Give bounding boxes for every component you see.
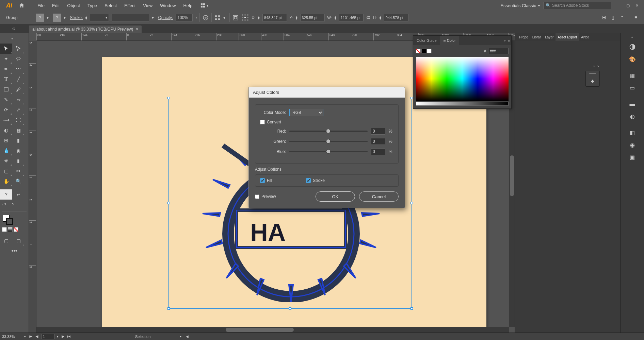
tab-color[interactable]: ⎋Color (440, 36, 459, 45)
color-mode-select[interactable]: RGB (289, 109, 323, 116)
w-input[interactable]: 1101.465 pt (339, 14, 364, 21)
blue-input[interactable] (371, 148, 385, 155)
color-themes-icon[interactable]: 🎨 (627, 53, 638, 65)
shape-builder-tool[interactable]: ◐ (0, 125, 12, 135)
mesh-tool[interactable]: ⊞ (0, 135, 12, 146)
scrollbar-horizontal[interactable] (36, 327, 509, 333)
align-icon[interactable] (214, 15, 221, 21)
menu-file[interactable]: File (34, 0, 48, 11)
gradient-panel-icon[interactable]: ◐ (627, 111, 638, 122)
menu-effect[interactable]: Effect (121, 0, 139, 11)
x-input[interactable]: 848.347 pt (262, 14, 287, 21)
stroke-weight-input[interactable]: ▾ (90, 14, 109, 21)
rotate-tool[interactable]: ⟳ (0, 105, 12, 115)
tab-properties[interactable]: Prope (517, 33, 530, 41)
convert-checkbox[interactable]: Convert (260, 120, 281, 124)
opacity-input[interactable]: 100% (176, 14, 193, 21)
color-mode-swatches[interactable] (0, 226, 29, 233)
next-artboard-icon[interactable]: ▶ (61, 334, 65, 339)
menu-type[interactable]: Type (84, 0, 100, 11)
tab-asset-export[interactable]: Asset Export (556, 33, 579, 41)
dock-close-icon[interactable]: × (597, 64, 599, 68)
color-panel-icon[interactable] (627, 41, 638, 53)
tab-libraries[interactable]: Librar (530, 33, 543, 41)
maximize-icon[interactable]: ▢ (624, 3, 632, 8)
hand-tool[interactable]: ✋ (0, 176, 12, 186)
tabs-collapse-icon[interactable] (0, 24, 27, 33)
fill-checkbox[interactable]: Fill (260, 178, 272, 183)
opacity-panel-link[interactable]: Opacity: (158, 15, 173, 20)
grayscale-strip[interactable] (416, 102, 509, 106)
last-artboard-icon[interactable]: ⏭ (66, 334, 72, 339)
default-fill-stroke-icon[interactable]: ⇄ (12, 189, 25, 200)
perspective-tool[interactable]: ▦ (12, 125, 25, 135)
chevron-down-icon[interactable]: ▾ (621, 15, 627, 21)
x-stepper-icon[interactable]: ▴▾ (258, 16, 260, 20)
draw-mode-normal[interactable]: ▢ (0, 236, 12, 246)
search-stock-input[interactable]: 🔍 Search Adobe Stock (543, 2, 611, 9)
isolate-icon[interactable]: ⊞ (602, 15, 608, 21)
menu-help[interactable]: Help (180, 0, 196, 11)
brush-definition-select[interactable] (112, 14, 149, 21)
stroke-checkbox[interactable]: Stroke (306, 178, 325, 183)
edit-icon[interactable]: ▯ (612, 15, 618, 21)
shaper-tool[interactable]: ✎ (0, 95, 12, 105)
menu-view[interactable]: View (140, 0, 156, 11)
direct-selection-tool[interactable] (12, 44, 25, 54)
brush-dropdown-icon[interactable]: ▾ (152, 15, 155, 20)
prev-artboard-icon[interactable]: ◀ (34, 334, 39, 339)
h-input[interactable]: 944.578 pt (384, 14, 408, 21)
first-artboard-icon[interactable]: ⏮ (28, 334, 34, 339)
magic-wand-tool[interactable]: ✦ (0, 54, 12, 64)
red-input[interactable] (371, 128, 385, 135)
zoom-select[interactable]: 33.33%▾ (2, 335, 26, 339)
slice-tool[interactable]: ✂ (12, 166, 25, 176)
ok-button[interactable]: OK (316, 191, 355, 202)
home-icon[interactable] (16, 0, 27, 11)
stroke-stepper-icon[interactable]: ▴▾ (85, 16, 87, 20)
lasso-tool[interactable] (12, 54, 25, 64)
menu-edit[interactable]: Edit (49, 0, 63, 11)
blend-tool[interactable]: ◉ (12, 146, 25, 156)
edit-toolbar-icon[interactable]: ••• (0, 246, 29, 256)
gradient-tool[interactable]: ▮ (12, 135, 25, 146)
scale-tool[interactable]: ⤢ (12, 105, 25, 115)
brushes-panel-icon[interactable]: ▭ (627, 82, 638, 94)
eyedropper-tool[interactable]: 💧 (0, 146, 12, 156)
h-stepper-icon[interactable]: ▴▾ (380, 16, 381, 20)
workspace-switcher[interactable]: Essentials Classic ▾ (498, 3, 543, 8)
stroke-panel-icon[interactable]: ▬ (627, 98, 638, 110)
status-scroll-left-icon[interactable]: ◀ (186, 335, 189, 338)
dock-expand-icon[interactable]: » (593, 64, 595, 68)
fill-dropdown-icon[interactable]: ▾ (47, 15, 50, 20)
black-swatch[interactable] (421, 49, 426, 53)
dock-collapse-icon[interactable]: « (631, 35, 633, 39)
eraser-tool[interactable]: ▱ (12, 95, 25, 105)
appearance-panel-icon[interactable]: ◉ (627, 139, 638, 151)
stroke-dropdown-icon[interactable]: ▾ (64, 15, 67, 20)
panel-menu-icon[interactable]: ≡ (508, 38, 510, 42)
menu-select[interactable]: Select (101, 0, 120, 11)
width-tool[interactable]: ⟿ (0, 115, 12, 125)
artboard-dd-icon[interactable]: ▾ (57, 335, 59, 338)
green-slider[interactable] (289, 141, 368, 142)
status-arrow-icon[interactable]: ▸ (180, 334, 182, 339)
column-graph-tool[interactable]: ▮ (12, 156, 25, 166)
symbols-panel-icon[interactable]: ♣ (591, 78, 595, 84)
zoom-tool[interactable]: 🔍 (12, 176, 25, 186)
app-logo[interactable]: Ai (3, 0, 16, 11)
close-icon[interactable]: ✕ (632, 3, 641, 8)
selection-tool[interactable] (0, 44, 12, 54)
menu-window[interactable]: Window (157, 0, 179, 11)
panel-menu-icon[interactable]: ≡ (634, 15, 641, 21)
transform-icon[interactable] (232, 15, 239, 21)
free-transform-tool[interactable]: ⛶ (12, 115, 25, 125)
collapse-icon[interactable]: « (0, 33, 25, 44)
link-wh-icon[interactable]: ⛓ (366, 15, 370, 20)
symbol-sprayer-tool[interactable]: ❋ (0, 156, 12, 166)
screen-mode-icon[interactable]: ▢ (12, 236, 25, 246)
panel-collapse-icon[interactable]: » (503, 38, 505, 42)
line-tool[interactable]: ╱ (12, 74, 25, 84)
transparency-panel-icon[interactable]: ◧ (627, 127, 638, 138)
w-stepper-icon[interactable]: ▴▾ (335, 16, 336, 20)
